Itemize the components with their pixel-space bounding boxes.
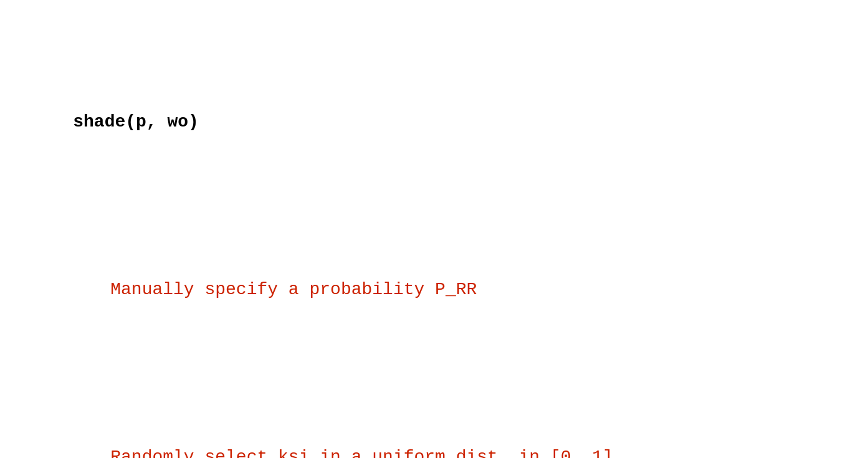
line-2-text: Randomly select ksi in a uniform dist. i… (110, 447, 613, 458)
keyword-shade: shade(p, wo) (73, 112, 199, 131)
function-signature: shade(p, wo) (31, 81, 837, 165)
line-1-text: Manually specify a probability P_RR (110, 280, 477, 299)
line-2: Randomly select ksi in a uniform dist. i… (31, 416, 837, 458)
code-block: shade(p, wo) Manually specify a probabil… (31, 25, 837, 458)
line-1: Manually specify a probability P_RR (31, 248, 837, 332)
